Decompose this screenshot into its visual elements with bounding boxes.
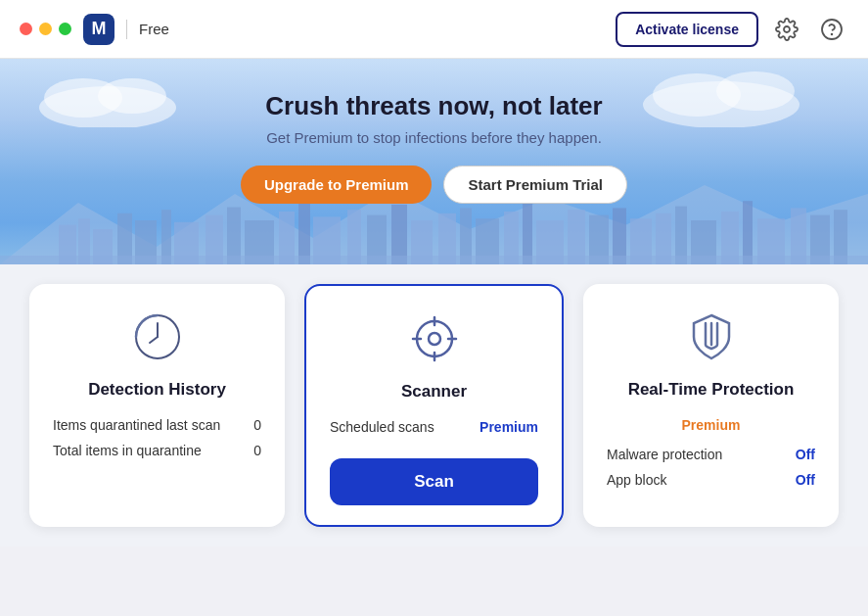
minimize-button[interactable] bbox=[39, 23, 52, 35]
svg-point-0 bbox=[784, 26, 790, 32]
shield-icon bbox=[684, 309, 739, 364]
total-quarantine-row: Total items in quarantine 0 bbox=[53, 443, 261, 458]
hero-buttons: Upgrade to Premium Start Premium Trial bbox=[241, 166, 627, 204]
scheduled-scans-label: Scheduled scans bbox=[330, 419, 434, 435]
titlebar: M Free Activate license bbox=[0, 0, 868, 59]
traffic-lights bbox=[20, 23, 71, 35]
quarantined-last-scan-label: Items quarantined last scan bbox=[53, 417, 220, 433]
hero-content: Crush threats now, not later Get Premium… bbox=[241, 91, 627, 204]
hero-subtitle: Get Premium to stop infections before th… bbox=[241, 129, 627, 146]
hero-title: Crush threats now, not later bbox=[241, 91, 627, 121]
app-block-row: App block Off bbox=[607, 472, 815, 488]
settings-button[interactable] bbox=[770, 13, 803, 46]
scheduled-scans-row: Scheduled scans Premium bbox=[330, 419, 538, 435]
scanner-card: Scanner Scheduled scans Premium Scan bbox=[304, 284, 564, 527]
svg-point-51 bbox=[429, 333, 440, 345]
svg-point-1 bbox=[822, 20, 842, 39]
malware-protection-value: Off bbox=[796, 447, 815, 462]
svg-point-46 bbox=[716, 71, 795, 111]
quarantined-last-scan-value: 0 bbox=[253, 417, 261, 433]
cloud-left bbox=[29, 69, 186, 127]
detection-history-title: Detection History bbox=[53, 380, 261, 400]
help-button[interactable] bbox=[815, 13, 848, 46]
malware-protection-label: Malware protection bbox=[607, 447, 722, 462]
app-block-value: Off bbox=[796, 472, 815, 488]
detection-history-card: Detection History Items quarantined last… bbox=[29, 284, 285, 527]
realtime-title: Real-Time Protection bbox=[607, 380, 815, 400]
upgrade-to-premium-button[interactable]: Upgrade to Premium bbox=[241, 166, 433, 204]
cloud-right bbox=[633, 64, 809, 127]
activate-license-button[interactable]: Activate license bbox=[616, 12, 758, 47]
app-logo: M Free bbox=[83, 14, 169, 45]
hero-banner: Crush threats now, not later Get Premium… bbox=[0, 59, 868, 264]
total-quarantine-value: 0 bbox=[253, 443, 261, 458]
app-block-label: App block bbox=[607, 472, 666, 488]
scanner-title: Scanner bbox=[330, 382, 538, 402]
svg-rect-40 bbox=[0, 256, 868, 264]
svg-rect-25 bbox=[523, 203, 532, 264]
logo-divider bbox=[126, 20, 127, 39]
scheduled-scans-premium-badge: Premium bbox=[480, 419, 538, 435]
free-label: Free bbox=[139, 21, 169, 37]
cards-section: Detection History Items quarantined last… bbox=[0, 264, 868, 546]
titlebar-right: Activate license bbox=[616, 12, 848, 47]
titlebar-left: M Free bbox=[20, 14, 169, 45]
start-premium-trial-button[interactable]: Start Premium Trial bbox=[443, 166, 627, 204]
crosshair-icon bbox=[405, 309, 464, 368]
realtime-protection-card: Real-Time Protection Premium Malware pro… bbox=[583, 284, 839, 527]
svg-rect-19 bbox=[391, 205, 407, 264]
svg-point-50 bbox=[417, 321, 452, 356]
realtime-icon bbox=[682, 308, 741, 366]
detection-history-icon bbox=[128, 308, 187, 366]
maximize-button[interactable] bbox=[59, 23, 71, 35]
close-button[interactable] bbox=[20, 23, 32, 35]
clock-icon bbox=[130, 309, 185, 364]
svg-line-49 bbox=[150, 337, 158, 343]
total-quarantine-label: Total items in quarantine bbox=[53, 443, 202, 458]
scanner-icon bbox=[405, 309, 464, 368]
quarantined-last-scan-row: Items quarantined last scan 0 bbox=[53, 417, 261, 433]
svg-rect-35 bbox=[743, 201, 753, 264]
svg-rect-15 bbox=[298, 203, 310, 264]
svg-point-43 bbox=[98, 78, 166, 114]
scan-button[interactable]: Scan bbox=[330, 458, 538, 505]
malware-protection-row: Malware protection Off bbox=[607, 447, 815, 462]
realtime-premium-label: Premium bbox=[607, 417, 815, 433]
logo-icon: M bbox=[83, 14, 114, 45]
